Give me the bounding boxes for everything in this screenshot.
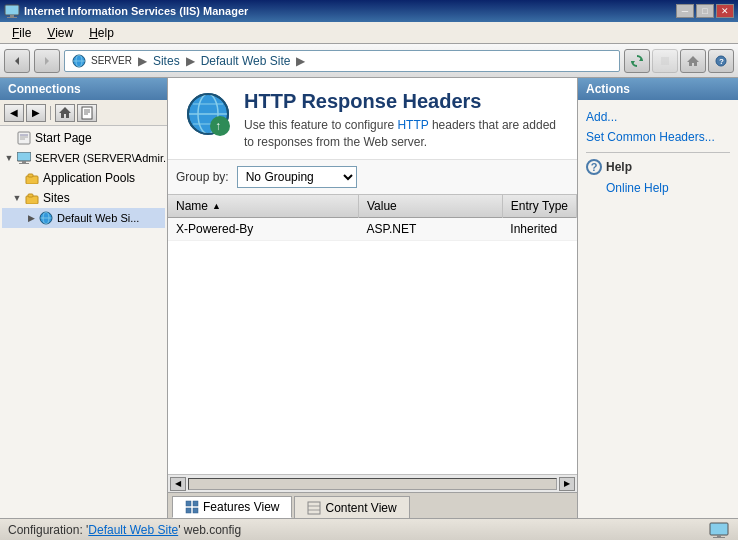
col-name[interactable]: Name ▲ [168, 195, 358, 218]
conn-page-button[interactable] [77, 104, 97, 122]
cell-value: ASP.NET [358, 217, 502, 240]
apppools-label: Application Pools [43, 171, 135, 185]
status-icon [708, 521, 730, 539]
server-label: SERVER (SERVER\Admir... [35, 152, 167, 164]
conn-back-button[interactable]: ◀ [4, 104, 24, 122]
conn-separator [50, 106, 51, 120]
close-button[interactable]: ✕ [716, 4, 734, 18]
svg-rect-1 [10, 15, 14, 17]
actions-divider [586, 152, 730, 153]
defaultsite-label: Default Web Si... [57, 212, 139, 224]
maximize-button[interactable]: □ [696, 4, 714, 18]
menu-file[interactable]: File [4, 24, 39, 42]
status-bar: Configuration: 'Default Web Site' web.co… [0, 518, 738, 540]
hscroll-right-button[interactable]: ▶ [559, 477, 575, 491]
col-value[interactable]: Value [358, 195, 502, 218]
status-link[interactable]: Default Web Site [88, 523, 178, 537]
svg-rect-48 [710, 523, 728, 535]
svg-marker-11 [687, 56, 699, 66]
connections-toolbar: ◀ ▶ [0, 100, 167, 126]
online-help-link[interactable]: Online Help [586, 179, 730, 197]
tree-toggle-defaultsite: ▶ [24, 211, 38, 225]
address-part-server[interactable]: SERVER [91, 55, 132, 66]
set-common-headers-link[interactable]: Set Common Headers... [586, 128, 730, 146]
tree-item-server[interactable]: ▼ SERVER (SERVER\Admir... [2, 148, 165, 168]
tree-item-apppools[interactable]: Application Pools [2, 168, 165, 188]
feature-icon: ↑ [184, 90, 232, 138]
svg-rect-24 [22, 161, 26, 163]
title-bar-buttons: ─ □ ✕ [676, 4, 734, 18]
startpage-icon [16, 130, 32, 146]
tree-item-startpage[interactable]: Start Page [2, 128, 165, 148]
svg-rect-27 [28, 174, 33, 177]
refresh-button[interactable] [624, 49, 650, 73]
features-view-label: Features View [203, 500, 279, 514]
table-row[interactable]: X-Powered-By ASP.NET Inherited [168, 217, 577, 240]
help-button[interactable]: ? [708, 49, 734, 73]
toolbar: SERVER ▶ Sites ▶ Default Web Site ▶ ? [0, 44, 738, 78]
svg-rect-15 [82, 107, 92, 119]
hscroll-track[interactable] [188, 478, 557, 490]
minimize-button[interactable]: ─ [676, 4, 694, 18]
cell-entrytype: Inherited [502, 217, 576, 240]
svg-rect-44 [193, 508, 198, 513]
tree-toggle-server: ▼ [2, 151, 16, 165]
server-icon [16, 150, 32, 166]
view-tabs: Features View Content View [168, 492, 577, 518]
svg-marker-3 [15, 57, 19, 65]
svg-rect-45 [308, 502, 320, 514]
home-button[interactable] [680, 49, 706, 73]
tree-item-defaultsite[interactable]: ▶ Default Web Si... [2, 208, 165, 228]
startpage-label: Start Page [35, 131, 92, 145]
col-entrytype[interactable]: Entry Type [502, 195, 576, 218]
back-button[interactable] [4, 49, 30, 73]
apppools-icon [24, 170, 40, 186]
sites-label: Sites [43, 191, 70, 205]
svg-rect-2 [7, 17, 17, 18]
svg-rect-0 [5, 5, 19, 15]
connections-header: Connections [0, 78, 167, 100]
content-view-icon [307, 501, 321, 515]
add-link[interactable]: Add... [586, 108, 730, 126]
groupby-select[interactable]: No Grouping Entry Type [237, 166, 357, 188]
http-link[interactable]: HTTP [397, 118, 428, 132]
tab-content-view[interactable]: Content View [294, 496, 409, 518]
svg-rect-25 [19, 163, 29, 164]
content-view-label: Content View [325, 501, 396, 515]
app-icon [4, 3, 20, 19]
hscroll-left-button[interactable]: ◀ [170, 477, 186, 491]
menu-help[interactable]: Help [81, 24, 122, 42]
data-table: Name ▲ Value Entry Type [168, 195, 577, 241]
svg-marker-4 [45, 57, 49, 65]
sites-icon [24, 190, 40, 206]
feature-title-area: HTTP Response Headers Use this feature t… [244, 90, 561, 151]
forward-button[interactable] [34, 49, 60, 73]
stop-button[interactable] [652, 49, 678, 73]
address-part-sites[interactable]: Sites [153, 54, 180, 68]
address-part-site[interactable]: Default Web Site [201, 54, 291, 68]
svg-rect-50 [713, 537, 725, 538]
svg-rect-19 [18, 132, 30, 144]
main-content: Connections ◀ ▶ Start Page [0, 78, 738, 518]
status-text: Configuration: 'Default Web Site' web.co… [8, 523, 241, 537]
svg-text:↑: ↑ [215, 119, 221, 133]
menu-view[interactable]: View [39, 24, 81, 42]
conn-home-button[interactable] [55, 104, 75, 122]
tree-item-sites[interactable]: ▼ Sites [2, 188, 165, 208]
sort-asc-icon: ▲ [212, 201, 221, 211]
globe-small-icon [71, 53, 87, 69]
tree-toggle [2, 131, 16, 145]
feature-header: ↑ HTTP Response Headers Use this feature… [168, 78, 577, 160]
title-bar-left: Internet Information Services (IIS) Mana… [4, 3, 248, 19]
tree-toggle-apppools [10, 171, 24, 185]
help-icon: ? [586, 159, 602, 175]
svg-rect-49 [717, 535, 721, 537]
title-bar: Internet Information Services (IIS) Mana… [0, 0, 738, 22]
tree-toggle-sites: ▼ [10, 191, 24, 205]
svg-rect-43 [186, 508, 191, 513]
conn-forward-button[interactable]: ▶ [26, 104, 46, 122]
central-panel: ↑ HTTP Response Headers Use this feature… [168, 78, 578, 518]
actions-content: Add... Set Common Headers... ? Help Onli… [578, 100, 738, 207]
title-bar-text: Internet Information Services (IIS) Mana… [24, 5, 248, 17]
tab-features-view[interactable]: Features View [172, 496, 292, 518]
